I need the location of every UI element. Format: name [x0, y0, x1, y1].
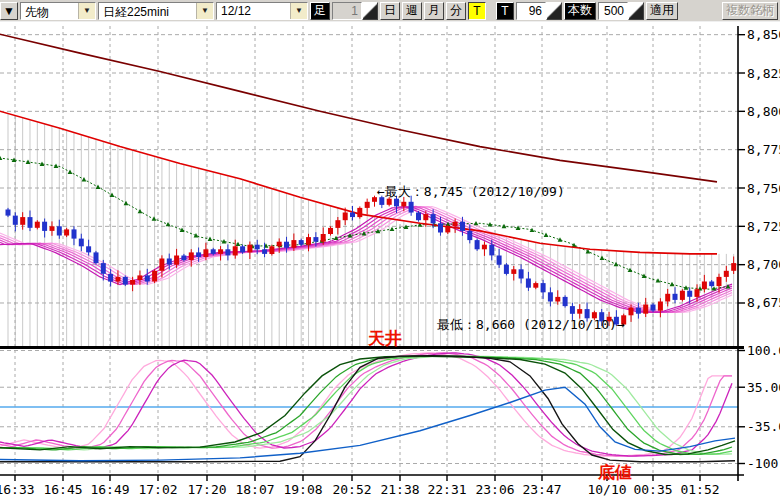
toolbar: ▼ 先物 ▼ 日経225mini ▼ 12/12 ▼ 足 1 日 週 月 分 T… — [0, 0, 780, 22]
contract-combo-value: 12/12 — [217, 3, 290, 19]
time-tick-label: 17:02 — [138, 482, 177, 497]
osc-tick-label: 100.00 — [747, 343, 780, 358]
time-tick-label: 10/10 — [587, 482, 626, 497]
price-tick-label: 8,850 — [747, 27, 780, 42]
price-oscillator-chart[interactable]: 8,8508,8258,8008,7758,7508,7258,7008,675… — [0, 22, 780, 500]
chart-area[interactable]: 8,8508,8258,8008,7758,7508,7258,7008,675… — [0, 22, 780, 500]
osc-tick-label: 35.00 — [747, 380, 780, 395]
bars-value: 500 — [598, 2, 628, 20]
time-tick-label: 23:06 — [475, 482, 514, 497]
symbol-combo[interactable]: 日経225mini ▼ — [98, 2, 214, 20]
apply-button[interactable]: 適用 — [646, 2, 678, 20]
partial-combo-arrow-icon[interactable]: ▼ — [0, 2, 18, 20]
count-spinner[interactable]: 96 — [516, 2, 562, 20]
time-tick-label: 16:45 — [43, 482, 82, 497]
max-annotation: ←最大：8,745 (2012/10/09) — [377, 184, 565, 199]
time-tick-label: 18:07 — [235, 482, 274, 497]
interval-spinner[interactable]: 1 — [332, 2, 378, 20]
week-button[interactable]: 週 — [402, 2, 422, 20]
time-tick-label: 00:35 — [633, 482, 672, 497]
axis-labels: 8,8508,8258,8008,7758,7508,7258,7008,675… — [0, 27, 780, 497]
price-tick-label: 8,700 — [747, 257, 780, 272]
tick-button[interactable]: T — [468, 2, 486, 20]
time-tick-label: 20:52 — [332, 482, 371, 497]
ma-dotted — [0, 156, 730, 291]
time-tick-label: 01:52 — [680, 482, 719, 497]
price-tick-label: 8,675 — [747, 295, 780, 310]
oscillator-layer — [0, 353, 738, 462]
symbol-combo-value: 日経225mini — [99, 3, 196, 19]
market-combo-value: 先物 — [21, 3, 78, 19]
spinner-icon[interactable] — [628, 2, 644, 20]
t-mode-button[interactable]: T — [496, 2, 514, 20]
time-tick-label: 17:20 — [187, 482, 226, 497]
price-tick-label: 8,800 — [747, 104, 780, 119]
ceiling-label: 天井 — [367, 328, 402, 348]
chevron-down-icon[interactable]: ▼ — [78, 3, 95, 19]
ma-mid — [0, 110, 717, 254]
time-tick-label: 22:31 — [427, 482, 466, 497]
time-tick-label: 19:08 — [283, 482, 322, 497]
ashi-button[interactable]: 足 — [310, 2, 330, 20]
ma-slow — [0, 33, 717, 182]
multi-symbol-button[interactable]: 複数銘柄 — [722, 2, 778, 20]
spinner-icon[interactable] — [546, 2, 562, 20]
bars-spinner[interactable]: 500 — [598, 2, 644, 20]
bottom-label: 底値 — [597, 462, 632, 482]
contract-combo[interactable]: 12/12 ▼ — [216, 2, 308, 20]
min-annotation: 最低：8,660 (2012/10/10)→ — [437, 317, 625, 332]
honsu-button[interactable]: 本数 — [564, 2, 596, 20]
time-tick-label: 16:49 — [90, 482, 129, 497]
interval-value: 1 — [332, 2, 362, 20]
axis-layer — [0, 26, 745, 481]
price-tick-label: 8,750 — [747, 181, 780, 196]
day-button[interactable]: 日 — [380, 2, 400, 20]
price-tick-label: 8,825 — [747, 66, 780, 81]
time-tick-label: 23:47 — [522, 482, 561, 497]
time-tick-label: 21:38 — [380, 482, 419, 497]
chevron-down-icon[interactable]: ▼ — [196, 3, 213, 19]
month-button[interactable]: 月 — [424, 2, 444, 20]
spinner-icon[interactable] — [362, 2, 378, 20]
market-combo[interactable]: 先物 ▼ — [20, 2, 96, 20]
osc-tick-label: -35.00 — [747, 419, 780, 434]
time-tick-label: 16:33 — [0, 482, 35, 497]
chevron-down-icon[interactable]: ▼ — [290, 3, 307, 19]
minute-button[interactable]: 分 — [446, 2, 466, 20]
price-tick-label: 8,775 — [747, 142, 780, 157]
price-tick-label: 8,725 — [747, 219, 780, 234]
count-value: 96 — [516, 2, 546, 20]
osc-tick-label: -100.00 — [747, 456, 780, 471]
